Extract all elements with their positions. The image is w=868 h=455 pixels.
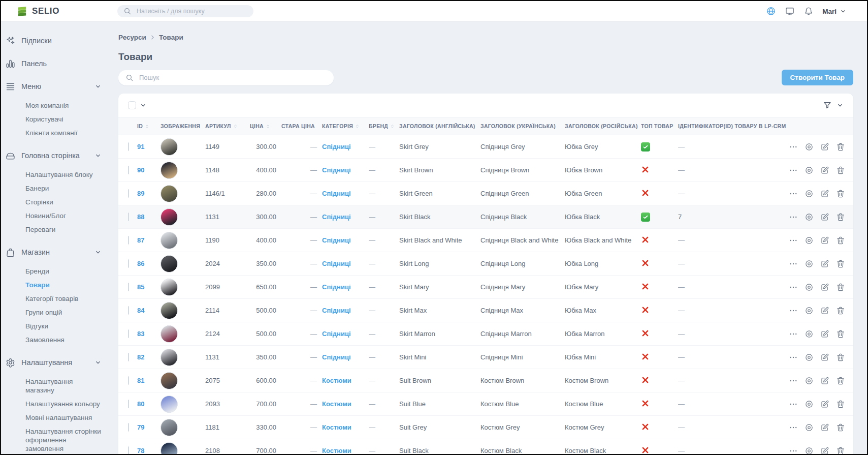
row-edit-icon[interactable] [820, 376, 829, 385]
row-edit-icon[interactable] [820, 400, 829, 409]
product-id-link[interactable]: 82 [137, 346, 160, 369]
sort-icon[interactable] [390, 124, 395, 129]
product-id-link[interactable]: 85 [137, 276, 160, 299]
row-edit-icon[interactable] [820, 259, 829, 268]
row-checkbox[interactable] [128, 166, 129, 174]
row-view-icon[interactable] [805, 142, 814, 151]
row-edit-icon[interactable] [820, 423, 829, 432]
sort-icon[interactable] [144, 124, 150, 129]
global-search-input[interactable] [136, 7, 247, 15]
column-header[interactable]: АРТИКУЛ [205, 117, 250, 135]
select-all-checkbox[interactable] [128, 101, 136, 109]
breadcrumb-item-products[interactable]: Товари [159, 34, 183, 41]
sort-icon[interactable] [265, 124, 271, 129]
product-image[interactable] [160, 396, 178, 413]
sidebar-subitem[interactable]: Налаштування сторінки оформлення замовле… [25, 427, 103, 453]
row-checkbox[interactable] [128, 283, 129, 291]
sidebar-subitem-active[interactable]: Товари [25, 281, 103, 289]
product-id-link[interactable]: 78 [137, 439, 160, 455]
sidebar-item-3[interactable]: Головна сторінка [5, 149, 105, 162]
sidebar-subitem[interactable]: Переваги [25, 225, 103, 234]
product-category-link[interactable]: Костюми [322, 392, 369, 416]
product-category-link[interactable]: Спідниці [322, 346, 369, 369]
product-id-link[interactable]: 87 [137, 229, 160, 252]
row-more-actions-icon[interactable] [789, 236, 798, 245]
row-delete-icon[interactable] [836, 306, 845, 315]
brand[interactable]: SELIO [1, 6, 117, 17]
row-view-icon[interactable] [805, 353, 814, 362]
row-more-actions-icon[interactable] [789, 400, 798, 409]
sidebar-subitem[interactable]: Категорії товарів [25, 294, 103, 303]
row-edit-icon[interactable] [820, 236, 829, 245]
row-view-icon[interactable] [805, 400, 814, 409]
row-edit-icon[interactable] [820, 329, 829, 339]
sidebar-item-1[interactable]: Панель [5, 57, 105, 70]
language-globe-icon[interactable] [766, 6, 776, 16]
sidebar-item-0[interactable]: Підписки [5, 35, 105, 47]
row-more-actions-icon[interactable] [789, 213, 798, 222]
row-view-icon[interactable] [805, 423, 814, 432]
sidebar-subitem[interactable]: Налаштування блоку [25, 170, 103, 179]
sidebar-subitem[interactable]: Замовлення [25, 336, 103, 344]
row-view-icon[interactable] [805, 329, 814, 339]
product-category-link[interactable]: Спідниці [322, 299, 369, 322]
product-category-link[interactable]: Спідниці [322, 322, 369, 346]
sidebar-item-5[interactable]: Налаштування [5, 356, 105, 369]
row-delete-icon[interactable] [836, 376, 845, 385]
sidebar-subitem[interactable]: Налаштування кольору [25, 400, 103, 408]
row-more-actions-icon[interactable] [789, 283, 798, 292]
product-id-link[interactable]: 91 [137, 135, 160, 159]
sort-icon[interactable] [355, 124, 360, 129]
row-checkbox[interactable] [128, 446, 129, 455]
sort-icon[interactable] [233, 124, 238, 129]
sidebar-subitem[interactable]: Новини/Блог [25, 211, 103, 220]
product-image[interactable] [160, 162, 178, 179]
product-category-link[interactable]: Спідниці [322, 252, 369, 276]
column-header[interactable]: КАТЕГОРІЯ [322, 117, 369, 135]
row-checkbox[interactable] [128, 236, 129, 245]
row-delete-icon[interactable] [836, 166, 845, 175]
row-more-actions-icon[interactable] [789, 376, 798, 385]
row-more-actions-icon[interactable] [789, 446, 798, 455]
product-category-link[interactable]: Костюми [322, 369, 369, 392]
row-view-icon[interactable] [805, 236, 814, 245]
sidebar-item-2[interactable]: Меню [5, 80, 105, 93]
product-image[interactable] [160, 255, 178, 272]
row-delete-icon[interactable] [836, 423, 845, 432]
product-image[interactable] [160, 279, 178, 296]
row-more-actions-icon[interactable] [789, 306, 798, 315]
product-category-link[interactable]: Спідниці [322, 135, 369, 159]
product-category-link[interactable]: Костюми [322, 416, 369, 439]
row-checkbox[interactable] [128, 259, 129, 268]
sidebar-subitem[interactable]: Групи опцій [25, 308, 103, 317]
row-more-actions-icon[interactable] [789, 166, 798, 175]
product-image[interactable] [160, 419, 178, 436]
product-category-link[interactable]: Спідниці [322, 159, 369, 182]
sidebar-subitem[interactable]: Клієнти компанії [25, 129, 103, 137]
row-delete-icon[interactable] [836, 353, 845, 362]
product-id-link[interactable]: 80 [137, 392, 160, 416]
row-edit-icon[interactable] [820, 353, 829, 362]
row-delete-icon[interactable] [836, 189, 845, 198]
sidebar-subitem[interactable]: Банери [25, 184, 103, 193]
row-delete-icon[interactable] [836, 283, 845, 292]
row-delete-icon[interactable] [836, 259, 845, 268]
row-checkbox[interactable] [128, 142, 129, 151]
create-product-button[interactable]: Створити Товар [782, 70, 853, 85]
row-view-icon[interactable] [805, 189, 814, 198]
row-checkbox[interactable] [128, 329, 129, 338]
row-checkbox[interactable] [128, 423, 129, 432]
row-edit-icon[interactable] [820, 446, 829, 455]
row-view-icon[interactable] [805, 283, 814, 292]
row-delete-icon[interactable] [836, 446, 845, 455]
row-checkbox[interactable] [128, 213, 129, 221]
row-delete-icon[interactable] [836, 236, 845, 245]
product-id-link[interactable]: 86 [137, 252, 160, 276]
product-image[interactable] [160, 349, 178, 366]
row-edit-icon[interactable] [820, 166, 829, 175]
product-image[interactable] [160, 138, 178, 156]
product-category-link[interactable]: Спідниці [322, 182, 369, 205]
product-image[interactable] [160, 302, 178, 319]
row-more-actions-icon[interactable] [789, 142, 798, 151]
row-edit-icon[interactable] [820, 306, 829, 315]
